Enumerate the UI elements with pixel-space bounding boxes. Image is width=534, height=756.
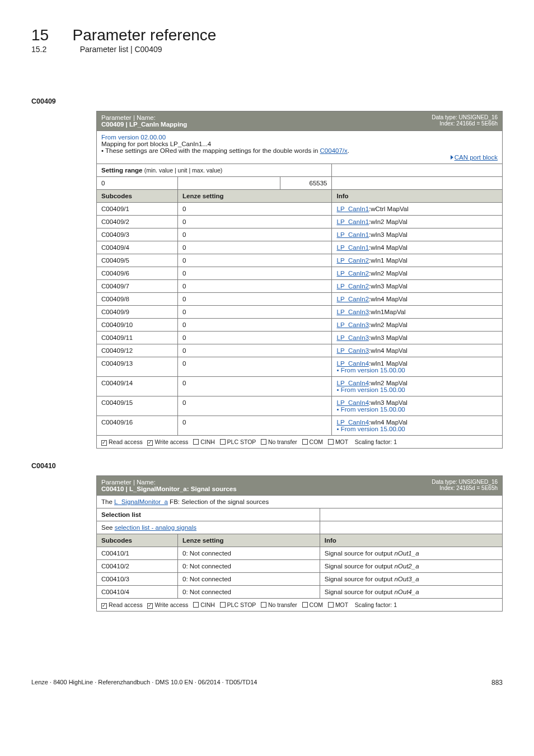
lenze-cell: 0 (178, 357, 332, 376)
subcode-cell: C00409/6 (97, 267, 178, 279)
info-cell: LP_CanIn4:wIn3 MapVal • From version 15.… (332, 396, 503, 416)
checkbox-empty-icon (193, 602, 199, 608)
subcode-cell: C00410/2 (97, 559, 178, 572)
info-cell: LP_CanIn1:wIn2 MapVal (332, 215, 503, 228)
setting-max: 65535 (280, 176, 332, 189)
info-link[interactable]: LP_CanIn3 (336, 334, 369, 341)
table-row: C00409/160LP_CanIn4:wIn4 MapVal • From v… (97, 416, 503, 435)
lenze-cell: 0: Not connected (178, 572, 320, 585)
chapter-title: Parameter reference (73, 27, 217, 44)
checkbox-checked-icon (147, 440, 153, 446)
table-row: C00409/140LP_CanIn4:wIn2 MapVal • From v… (97, 376, 503, 396)
info-cell: LP_CanIn1:wCtrl MapVal (332, 202, 503, 215)
info-link[interactable]: LP_CanIn4 (336, 419, 369, 426)
info-link[interactable]: LP_CanIn2 (336, 283, 369, 290)
lenze-cell: 0 (178, 376, 332, 396)
info-link[interactable]: LP_CanIn4 (336, 380, 369, 386)
info-link[interactable]: LP_CanIn1 (336, 231, 369, 238)
lenze-cell: 0 (178, 331, 332, 344)
subcode-cell: C00409/7 (97, 279, 178, 292)
setting-min: 0 (97, 176, 178, 189)
subcode-cell: C00409/12 (97, 344, 178, 357)
separator: _ _ _ _ _ _ _ _ _ _ _ _ _ _ _ _ _ _ _ _ … (31, 70, 503, 78)
link-selection-list[interactable]: selection list - analog signals (115, 524, 196, 531)
lenze-cell: 0 (178, 344, 332, 357)
pn-label: Parameter | Name: (101, 479, 315, 486)
info-cell: LP_CanIn3:wIn2 MapVal (332, 318, 503, 331)
see-pre: See (101, 524, 115, 531)
link-can-port-block[interactable]: CAN port block (455, 154, 498, 161)
info-link[interactable]: LP_CanIn3 (336, 309, 369, 315)
param-heading-c00409: C00409 (31, 97, 503, 105)
pn-label: Parameter | Name: (101, 114, 275, 121)
info-cell: LP_CanIn3:wIn3 MapVal (332, 331, 503, 344)
lenze-cell: 0 (178, 241, 332, 254)
col-subcodes: Subcodes (97, 534, 178, 547)
info-link[interactable]: LP_CanIn1 (336, 206, 369, 212)
link-signalmonitor[interactable]: L_SignalMonitor_a (114, 498, 168, 505)
chapter-heading: 15 Parameter reference (31, 27, 503, 44)
from-version-note: • From version 15.00.00 (336, 367, 498, 374)
subcode-cell: C00409/4 (97, 241, 178, 254)
info-link[interactable]: LP_CanIn3 (336, 347, 369, 354)
subcode-cell: C00409/11 (97, 331, 178, 344)
subcode-cell: C00409/13 (97, 357, 178, 376)
col-lenze: Lenze setting (178, 189, 332, 202)
info-cell: LP_CanIn3:wIn1MapVal (332, 305, 503, 318)
table-row: C00410/40: Not connectedSignal source fo… (97, 585, 503, 598)
link-c00407x[interactable]: C00407/x (320, 147, 348, 154)
table-row: C00409/120LP_CanIn3:wIn4 MapVal (97, 344, 503, 357)
info-cell: Signal source for output nOut3_a (320, 572, 502, 585)
table-row: C00409/70LP_CanIn2:wIn3 MapVal (97, 279, 503, 292)
lenze-cell: 0 (178, 254, 332, 267)
col-subcodes: Subcodes (97, 189, 178, 202)
data-type: Data type: UNSIGNED_16 (284, 114, 498, 120)
info-link[interactable]: LP_CanIn1 (336, 218, 369, 225)
lenze-cell: 0 (178, 228, 332, 241)
checkbox-empty-icon (220, 439, 226, 445)
setting-range-label: Setting range (101, 167, 142, 174)
info-cell: LP_CanIn4:wIn4 MapVal • From version 15.… (332, 416, 503, 435)
subcode-cell: C00409/1 (97, 202, 178, 215)
info-cell: LP_CanIn1:wIn4 MapVal (332, 241, 503, 254)
info-link[interactable]: LP_CanIn4 (336, 360, 369, 367)
subcode-cell: C00409/9 (97, 305, 178, 318)
lenze-cell: 0 (178, 305, 332, 318)
from-version: From version 02.00.00 (101, 134, 498, 141)
info-cell: LP_CanIn2:wIn4 MapVal (332, 292, 503, 305)
table-row: C00409/30LP_CanIn1:wIn3 MapVal (97, 228, 503, 241)
section-heading: 15.2 Parameter list | C00409 (31, 44, 503, 54)
lenze-cell: 0 (178, 318, 332, 331)
info-cell: LP_CanIn1:wIn3 MapVal (332, 228, 503, 241)
info-link[interactable]: LP_CanIn3 (336, 321, 369, 328)
table-row: C00409/90LP_CanIn3:wIn1MapVal (97, 305, 503, 318)
checkbox-checked-icon (101, 603, 107, 609)
section-title: Parameter list | C00409 (80, 45, 162, 54)
info-link[interactable]: LP_CanIn1 (336, 244, 369, 251)
subcode-cell: C00409/8 (97, 292, 178, 305)
table-row: C00410/30: Not connectedSignal source fo… (97, 572, 503, 585)
checkbox-empty-icon (220, 602, 226, 608)
subcode-cell: C00409/2 (97, 215, 178, 228)
subcode-cell: C00409/3 (97, 228, 178, 241)
checkbox-empty-icon (328, 602, 334, 608)
info-cell: LP_CanIn4:wIn1 MapVal • From version 15.… (332, 357, 503, 376)
table-row: C00409/10LP_CanIn1:wCtrl MapVal (97, 202, 503, 215)
table-row: C00409/20LP_CanIn1:wIn2 MapVal (97, 215, 503, 228)
checkbox-checked-icon (101, 440, 107, 446)
lenze-cell: 0 (178, 215, 332, 228)
mapping-text: Mapping for port blocks LP_CanIn1...4 (101, 141, 498, 147)
info-link[interactable]: LP_CanIn4 (336, 399, 369, 406)
table-row: C00409/80LP_CanIn2:wIn4 MapVal (97, 292, 503, 305)
info-link[interactable]: LP_CanIn2 (336, 296, 369, 302)
table-c00410: Parameter | Name: C00410 | L_SignalMonit… (96, 475, 503, 612)
setting-range-sub: (min. value | unit | max. value) (144, 167, 223, 174)
info-link[interactable]: LP_CanIn2 (336, 270, 369, 277)
info-link[interactable]: LP_CanIn2 (336, 257, 369, 264)
checkbox-checked-icon (147, 603, 153, 609)
fb-post: FB: Selection of the signal sources (168, 498, 269, 505)
info-cell: LP_CanIn2:wIn2 MapVal (332, 267, 503, 279)
page-number: 883 (491, 679, 503, 687)
data-type: Data type: UNSIGNED_16 (324, 479, 498, 485)
chapter-number: 15 (31, 26, 49, 44)
